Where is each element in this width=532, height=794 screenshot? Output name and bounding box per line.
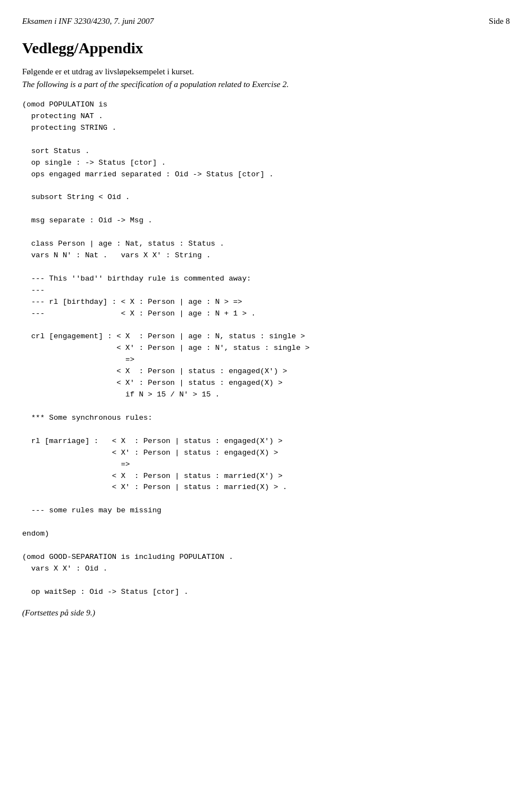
header-right: Side 8: [489, 17, 510, 26]
code-block: (omod POPULATION is protecting NAT . pro…: [22, 99, 510, 598]
page-title: Vedlegg/Appendix: [22, 39, 510, 57]
subtitle-english: The following is a part of the specifica…: [22, 80, 510, 89]
footer-note: (Fortsettes på side 9.): [22, 608, 510, 618]
header-left: Eksamen i INF 3230/4230, 7. juni 2007: [22, 17, 154, 26]
page-header: Eksamen i INF 3230/4230, 7. juni 2007 Si…: [22, 17, 510, 26]
subtitle-norwegian: Følgende er et utdrag av livsløpeksempel…: [22, 67, 510, 77]
